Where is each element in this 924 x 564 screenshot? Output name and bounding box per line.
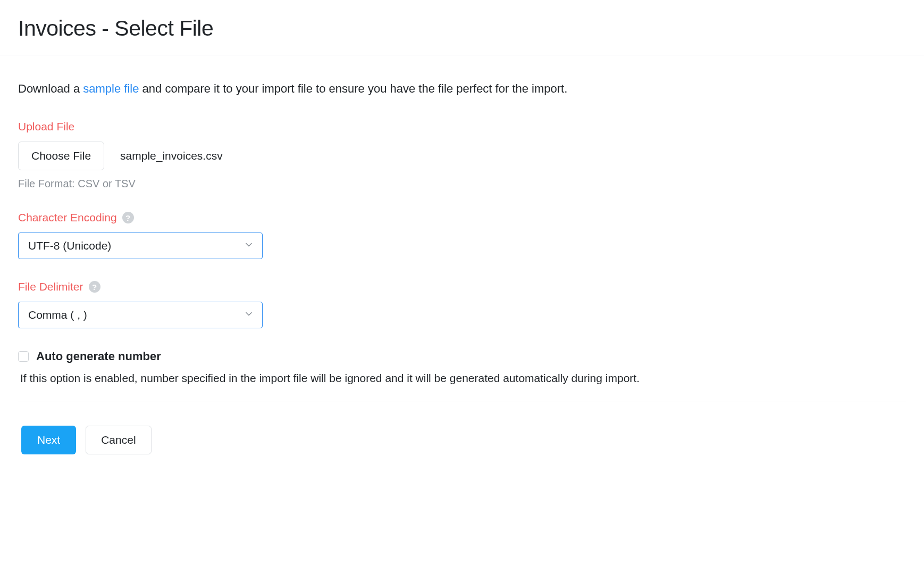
file-delimiter-section: File Delimiter ? Comma ( , ) <box>18 280 906 328</box>
file-delimiter-select[interactable]: Comma ( , ) <box>18 302 263 328</box>
auto-generate-row: Auto generate number <box>18 350 906 363</box>
next-button[interactable]: Next <box>21 426 76 454</box>
section-divider <box>18 402 906 402</box>
upload-file-label: Upload File <box>18 120 906 133</box>
page-content: Download a sample file and compare it to… <box>0 55 924 454</box>
choose-file-button[interactable]: Choose File <box>18 142 104 170</box>
upload-row: Choose File sample_invoices.csv <box>18 142 906 170</box>
import-invoices-page: Invoices - Select File Download a sample… <box>0 0 924 454</box>
character-encoding-selected: UTF-8 (Unicode) <box>28 239 111 252</box>
intro-text: Download a sample file and compare it to… <box>18 82 906 96</box>
file-format-hint: File Format: CSV or TSV <box>18 178 906 190</box>
help-icon[interactable]: ? <box>122 212 134 223</box>
auto-generate-checkbox[interactable] <box>18 351 29 362</box>
page-header: Invoices - Select File <box>0 0 924 55</box>
sample-file-link[interactable]: sample file <box>83 82 139 95</box>
auto-generate-label[interactable]: Auto generate number <box>36 350 161 363</box>
help-icon[interactable]: ? <box>89 281 100 293</box>
intro-suffix: and compare it to your import file to en… <box>139 82 567 95</box>
upload-file-section: Upload File Choose File sample_invoices.… <box>18 120 906 190</box>
character-encoding-section: Character Encoding ? UTF-8 (Unicode) <box>18 211 906 259</box>
character-encoding-select-wrapper: UTF-8 (Unicode) <box>18 233 263 259</box>
file-delimiter-label: File Delimiter ? <box>18 280 906 293</box>
selected-filename: sample_invoices.csv <box>120 150 223 162</box>
page-title: Invoices - Select File <box>18 16 924 41</box>
character-encoding-label: Character Encoding ? <box>18 211 906 224</box>
file-delimiter-label-text: File Delimiter <box>18 280 83 293</box>
auto-generate-description: If this option is enabled, number specif… <box>18 372 906 385</box>
file-delimiter-selected: Comma ( , ) <box>28 309 87 321</box>
action-buttons: Next Cancel <box>18 426 906 454</box>
character-encoding-label-text: Character Encoding <box>18 211 117 224</box>
character-encoding-select[interactable]: UTF-8 (Unicode) <box>18 233 263 259</box>
cancel-button[interactable]: Cancel <box>86 426 151 454</box>
intro-prefix: Download a <box>18 82 83 95</box>
file-delimiter-select-wrapper: Comma ( , ) <box>18 302 263 328</box>
